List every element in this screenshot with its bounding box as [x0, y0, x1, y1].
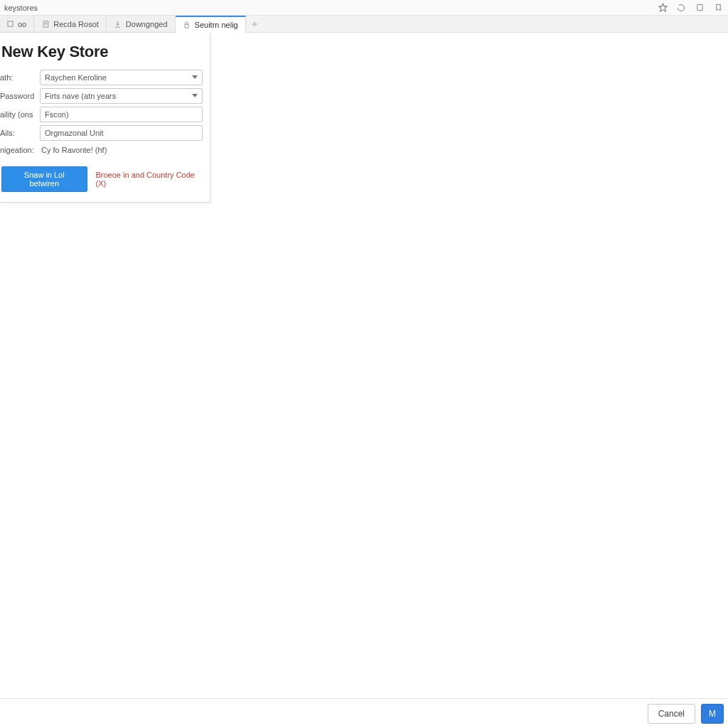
field-password: Firts nave (atn years	[40, 88, 203, 104]
doc-icon	[41, 20, 50, 28]
svg-rect-2	[7, 21, 12, 26]
tab-2[interactable]: Downgnged	[107, 16, 176, 32]
ok-button[interactable]: M	[701, 704, 724, 724]
row-description: nigeation: Cy fo Ravonte! (hf)	[0, 144, 210, 156]
label-password: Password	[0, 92, 40, 100]
cancel-button[interactable]: Cancel	[648, 704, 695, 724]
show-button[interactable]: Snaw in Lol betwiren	[1, 166, 87, 192]
bookmark-icon[interactable]	[712, 2, 724, 14]
panel-actions: Snaw in Lol betwiren Broeoe in and Count…	[0, 159, 210, 192]
row-alias: Ails:	[0, 125, 210, 141]
label-validity: aility (ons	[0, 110, 40, 119]
field-path: Raychen Keroline	[40, 70, 203, 85]
dialog-title: New Key Store	[0, 33, 210, 68]
field-validity	[40, 107, 203, 122]
download-icon	[114, 20, 122, 28]
tab-label: Downgnged	[126, 20, 168, 28]
path-select[interactable]: Raychen Keroline	[40, 70, 203, 85]
address-bar: keystores	[0, 0, 728, 16]
new-tab-button[interactable]	[246, 16, 263, 32]
description-value: Cy fo Ravonte! (hf)	[40, 144, 203, 156]
label-path: ath:	[0, 73, 40, 82]
row-validity: aility (ons	[0, 107, 210, 122]
row-path: ath: Raychen Keroline	[0, 70, 210, 85]
svg-rect-1	[697, 4, 702, 10]
alias-input[interactable]	[40, 125, 203, 141]
bottom-bar: Cancel M	[0, 698, 728, 728]
svg-rect-6	[185, 24, 188, 28]
browse-link[interactable]: Broeoe in and Country Code (X)	[96, 171, 205, 188]
address-bar-title: keystores	[4, 4, 38, 12]
panel-icon[interactable]	[694, 2, 705, 14]
tab-label: Seuitrn nelig	[195, 21, 238, 29]
validity-input[interactable]	[40, 107, 203, 122]
tab-label: Recda Rosot	[53, 20, 99, 28]
password-select[interactable]: Firts nave (atn years	[40, 88, 203, 104]
tab-3[interactable]: Seuitrn nelig	[176, 16, 246, 33]
field-alias	[40, 125, 203, 141]
square-icon	[6, 20, 14, 28]
row-password: Password Firts nave (atn years	[0, 88, 210, 104]
tab-strip: oo Recda Rosot Downgnged Seuitrn nelig	[0, 16, 728, 33]
label-description: nigeation:	[0, 146, 40, 154]
tab-1[interactable]: Recda Rosot	[34, 16, 107, 32]
svg-marker-0	[659, 4, 667, 11]
lock-icon	[183, 21, 191, 29]
new-key-store-panel: New Key Store ath: Raychen Keroline Pass…	[0, 33, 210, 203]
star-icon[interactable]	[657, 2, 668, 14]
label-alias: Ails:	[0, 129, 40, 137]
tab-label: oo	[18, 20, 26, 28]
tab-0[interactable]: oo	[0, 16, 34, 32]
refresh-icon[interactable]	[675, 2, 687, 14]
